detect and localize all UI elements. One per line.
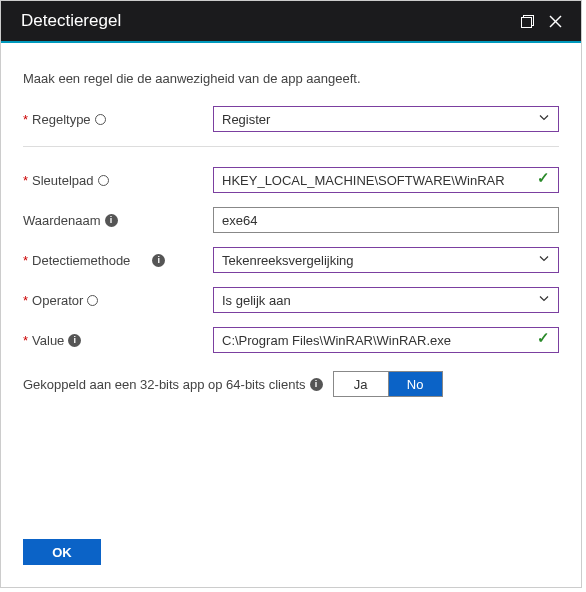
label-text: Sleutelpad (32, 173, 93, 188)
label-text: Detectiemethode (32, 253, 130, 268)
operator-select[interactable]: Is gelijk aan (213, 287, 559, 313)
select-value: Register (222, 112, 270, 127)
check-icon: ✓ (537, 169, 550, 187)
select-value: Tekenreeksvergelijking (222, 253, 354, 268)
chevron-down-icon (538, 293, 550, 308)
info-icon[interactable] (87, 295, 98, 306)
input-value: HKEY_LOCAL_MACHINE\SOFTWARE\WinRAR (222, 173, 505, 188)
dialog-title: Detectieregel (21, 11, 513, 31)
method-select[interactable]: Tekenreeksvergelijking (213, 247, 559, 273)
row-keypath: * Sleutelpad HKEY_LOCAL_MACHINE\SOFTWARE… (23, 167, 559, 193)
keypath-input[interactable]: HKEY_LOCAL_MACHINE\SOFTWARE\WinRAR ✓ (213, 167, 559, 193)
required-mark: * (23, 333, 28, 348)
value-input[interactable]: C:\Program Files\WinRAR\WinRAR.exe ✓ (213, 327, 559, 353)
label-text: Operator (32, 293, 83, 308)
info-icon[interactable] (98, 175, 109, 186)
restore-icon[interactable] (513, 7, 541, 35)
label-32bit: Gekoppeld aan een 32-bits app op 64-bits… (23, 377, 306, 392)
divider (23, 146, 559, 147)
info-icon[interactable]: i (105, 214, 118, 227)
label-text: Value (32, 333, 64, 348)
chevron-down-icon (538, 112, 550, 127)
label-text: Waardenaam (23, 213, 101, 228)
label-operator: * Operator (23, 293, 213, 308)
select-value: Is gelijk aan (222, 293, 291, 308)
info-icon[interactable] (95, 114, 106, 125)
row-operator: * Operator Is gelijk aan (23, 287, 559, 313)
toggle-yes[interactable]: Ja (334, 372, 388, 396)
ok-button[interactable]: OK (23, 539, 101, 565)
required-mark: * (23, 173, 28, 188)
info-icon[interactable]: i (68, 334, 81, 347)
row-value: * Value i C:\Program Files\WinRAR\WinRAR… (23, 327, 559, 353)
label-valuename: Waardenaam i (23, 213, 213, 228)
required-mark: * (23, 253, 28, 268)
ruletype-select[interactable]: Register (213, 106, 559, 132)
label-value: * Value i (23, 333, 213, 348)
svg-rect-1 (521, 17, 531, 27)
dialog-body: Maak een regel die de aanwezigheid van d… (1, 43, 581, 539)
toggle-32bit: Ja No (333, 371, 443, 397)
dialog-window: Detectieregel Maak een regel die de aanw… (0, 0, 582, 588)
label-ruletype: * Regeltype (23, 112, 213, 127)
required-mark: * (23, 293, 28, 308)
row-ruletype: * Regeltype Register (23, 106, 559, 132)
label-text: Regeltype (32, 112, 91, 127)
intro-text: Maak een regel die de aanwezigheid van d… (23, 71, 559, 86)
titlebar: Detectieregel (1, 1, 581, 43)
required-mark: * (23, 112, 28, 127)
label-method: * Detectiemethode i (23, 253, 213, 268)
label-keypath: * Sleutelpad (23, 173, 213, 188)
info-icon[interactable]: i (310, 378, 323, 391)
toggle-no[interactable]: No (388, 372, 442, 396)
dialog-footer: OK (1, 539, 581, 587)
valuename-input[interactable]: exe64 (213, 207, 559, 233)
input-value: C:\Program Files\WinRAR\WinRAR.exe (222, 333, 451, 348)
row-valuename: Waardenaam i exe64 (23, 207, 559, 233)
row-method: * Detectiemethode i Tekenreeksvergelijki… (23, 247, 559, 273)
check-icon: ✓ (537, 329, 550, 347)
close-icon[interactable] (541, 7, 569, 35)
info-icon[interactable]: i (152, 254, 165, 267)
row-32bit: Gekoppeld aan een 32-bits app op 64-bits… (23, 371, 559, 397)
chevron-down-icon (538, 253, 550, 268)
input-value: exe64 (222, 213, 257, 228)
